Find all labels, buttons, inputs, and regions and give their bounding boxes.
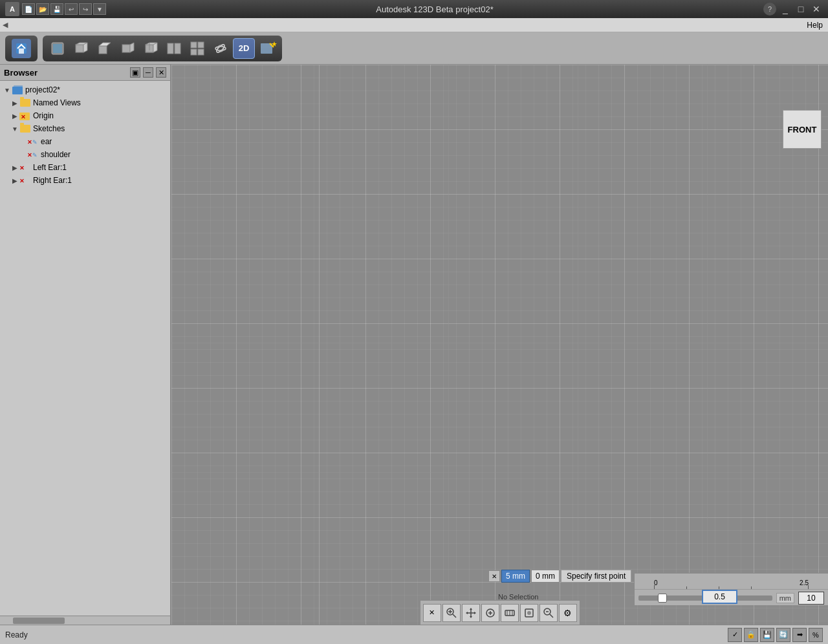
- undo-btn[interactable]: ↩: [65, 3, 78, 15]
- check-icon[interactable]: ✓: [728, 628, 742, 642]
- redo-btn[interactable]: ↪: [79, 3, 92, 15]
- mini-tool3-btn[interactable]: [520, 604, 538, 622]
- major-v-line-2: [578, 65, 578, 625]
- settings-btn[interactable]: ▼: [93, 3, 106, 15]
- svg-rect-8: [168, 43, 173, 54]
- tree-item-sketches[interactable]: ▼ Sketches: [0, 122, 170, 135]
- tree-item-right-ear[interactable]: ▶ ✕ Right Ear:1: [0, 174, 170, 187]
- named-views-folder-icon: [19, 98, 31, 108]
- mini-tool5-btn[interactable]: ⚙: [559, 604, 577, 622]
- svg-text:✕: ✕: [27, 139, 32, 145]
- major-v-line-3: [707, 65, 708, 625]
- front-view-label[interactable]: FRONT: [783, 110, 822, 149]
- left-ear-icon: ✕: [19, 162, 31, 173]
- ear-label: ear: [41, 137, 52, 146]
- maximize-btn[interactable]: □: [794, 4, 807, 14]
- tree-arrow-left-ear[interactable]: ▶: [10, 164, 19, 171]
- sketch-btn[interactable]: [256, 38, 278, 59]
- svg-rect-9: [175, 43, 180, 54]
- project-label: project02*: [25, 85, 60, 94]
- mini-zoom-btn[interactable]: [442, 604, 461, 622]
- svg-text:✕: ✕: [21, 114, 26, 120]
- close-btn[interactable]: ✕: [810, 4, 823, 14]
- right-ear-label: Right Ear:1: [33, 176, 72, 185]
- tree-arrow-named-views[interactable]: ▶: [10, 100, 19, 107]
- tree-arrow-sketches[interactable]: ▼: [10, 125, 19, 133]
- close-toolbar-btn[interactable]: ✕: [488, 570, 500, 582]
- tree-arrow-project[interactable]: ▼: [3, 87, 12, 94]
- help-button[interactable]: Help: [807, 21, 823, 30]
- ruler-zoom-input[interactable]: [798, 592, 824, 605]
- browser-scrollbar-thumb[interactable]: [13, 617, 65, 624]
- left-ear-label: Left Ear:1: [33, 163, 67, 172]
- statusbar-icons: ✓ 🔒 💾 🔄 ➡ %: [728, 628, 823, 642]
- svg-rect-13: [198, 49, 204, 55]
- svg-rect-10: [191, 42, 197, 48]
- new-btn[interactable]: 📄: [22, 3, 35, 15]
- mini-toolbar: ✕: [420, 600, 580, 625]
- svg-marker-36: [470, 608, 472, 610]
- orbit-btn[interactable]: [140, 38, 162, 59]
- svg-rect-12: [191, 49, 197, 55]
- lock-icon[interactable]: 🔒: [744, 628, 758, 642]
- arrow-icon[interactable]: ➡: [792, 628, 807, 642]
- origin-label: Origin: [33, 111, 54, 120]
- browser-close-btn[interactable]: ✕: [156, 67, 166, 78]
- ruler-scale: 0 2.5: [635, 574, 828, 590]
- right-ear-icon: ✕: [19, 175, 31, 186]
- browser-tile-btn[interactable]: ▣: [130, 67, 140, 78]
- bottom-input-area: ✕ 5 mm 0 mm Specify first point: [488, 570, 631, 583]
- tree-arrow-right-ear[interactable]: ▶: [10, 177, 19, 184]
- svg-rect-1: [19, 48, 24, 54]
- left-view-btn[interactable]: [116, 38, 138, 59]
- ruler-value-input-area: [702, 590, 737, 604]
- orbit-circle-btn[interactable]: [210, 38, 232, 59]
- major-h-line-2: [171, 472, 828, 473]
- grid-view-btn[interactable]: [186, 38, 208, 59]
- mini-tool2-btn[interactable]: [501, 604, 519, 622]
- ruler-value-input[interactable]: [702, 590, 737, 604]
- viewport[interactable]: FRONT ✕ 5 mm 0 mm Specify first point: [171, 65, 828, 625]
- svg-marker-38: [466, 612, 468, 614]
- mini-tool1-btn[interactable]: [481, 604, 499, 622]
- tree-item-ear[interactable]: ▶ ✕ ✎ ear: [0, 135, 170, 148]
- status-bar: Ready ✓ 🔒 💾 🔄 ➡ %: [0, 625, 828, 644]
- solid-view-btn[interactable]: [47, 38, 69, 59]
- open-btn[interactable]: 📂: [36, 3, 49, 15]
- help-icon[interactable]: ?: [763, 3, 776, 16]
- help-link-area: ◀: [3, 21, 8, 29]
- ruler-unit-label: mm: [776, 593, 794, 603]
- tree-arrow-origin[interactable]: ▶: [10, 113, 19, 120]
- mini-close-btn[interactable]: ✕: [423, 604, 441, 622]
- titlebar: A 📄 📂 💾 ↩ ↪ ▼ Autodesk 123D Beta project…: [0, 0, 828, 18]
- svg-line-33: [453, 614, 456, 617]
- mini-tool4-btn[interactable]: [539, 604, 558, 622]
- percent-icon[interactable]: %: [809, 628, 823, 642]
- front-view-btn[interactable]: [70, 38, 92, 59]
- tree-item-project[interactable]: ▼ project02*: [0, 83, 170, 96]
- minimize-btn[interactable]: _: [779, 4, 792, 14]
- save-status-icon[interactable]: 💾: [760, 628, 774, 642]
- 2d-mode-btn[interactable]: 2D: [233, 38, 255, 59]
- browser-panel: Browser ▣ ─ ✕ ▼ proje: [0, 65, 171, 625]
- svg-rect-21: [14, 85, 23, 93]
- home-button[interactable]: [5, 36, 38, 61]
- browser-collapse-btn[interactable]: ─: [143, 67, 153, 78]
- save-btn[interactable]: 💾: [50, 3, 63, 15]
- x-coord-field[interactable]: 5 mm: [501, 570, 530, 583]
- svg-rect-31: [25, 177, 31, 184]
- tree-item-origin[interactable]: ▶ ✕ Origin: [0, 109, 170, 122]
- split-view-btn[interactable]: [163, 38, 185, 59]
- top-view-btn[interactable]: [93, 38, 115, 59]
- shoulder-sketch-icon: ✕ ✎: [27, 149, 39, 160]
- mini-pan-btn[interactable]: [462, 604, 480, 622]
- refresh-icon[interactable]: 🔄: [776, 628, 790, 642]
- ear-sketch-icon: ✕ ✎: [27, 136, 39, 147]
- tree-item-shoulder[interactable]: ▶ ✕ ✎ shoulder: [0, 148, 170, 161]
- tree-item-named-views[interactable]: ▶ Named Views: [0, 96, 170, 109]
- y-coord-field[interactable]: 0 mm: [531, 570, 560, 583]
- tree-item-left-ear[interactable]: ▶ ✕ Left Ear:1: [0, 161, 170, 174]
- help-label: Help: [807, 21, 823, 30]
- browser-scrollbar: [0, 616, 170, 625]
- svg-marker-39: [474, 612, 476, 614]
